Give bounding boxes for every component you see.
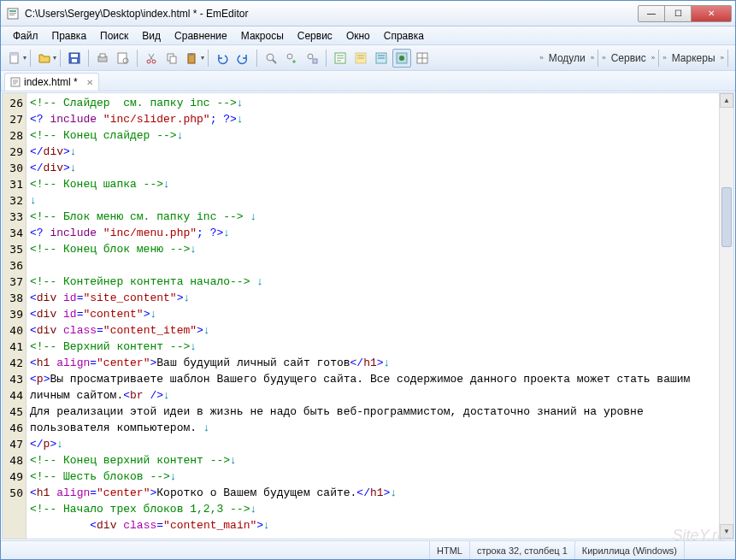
line-number: 38 [3,290,26,306]
code-line[interactable]: </div>↓ [30,144,730,160]
line-number: 40 [3,322,26,339]
tab-index-html[interactable]: index.html * ✕ [4,73,99,91]
code-line[interactable]: <h1 align="center">Ваш будущий личный са… [30,355,730,371]
menu-макросы[interactable]: Макросы [234,28,291,44]
code-line[interactable] [30,257,730,274]
menubar: ФайлПравкаПоискВидСравнениеМакросыСервис… [1,27,735,45]
vertical-scrollbar[interactable]: ▲ ▼ [719,93,733,539]
code-line[interactable]: <!-- Конец верхний контент -->↓ [30,452,730,469]
new-file-button[interactable] [5,49,24,68]
code-line[interactable]: <p>Вы просматриваете шаблон Вашего будущ… [30,371,730,404]
code-line[interactable]: <!-- Конец шапка -->↓ [30,176,730,192]
paste-button[interactable] [183,49,202,68]
chevron-right-icon: » [591,54,594,62]
code-line[interactable]: </div>↓ [30,160,730,176]
menu-сервис[interactable]: Сервис [291,28,339,44]
code-line[interactable]: <!-- Контейнер контента начало--> ↓ [30,274,730,290]
separator [88,50,89,67]
line-number: 36 [3,257,26,274]
redo-button[interactable] [233,49,252,68]
line-number: 27 [3,111,26,127]
code-line[interactable]: <!-- Начало трех блоков 1,2,3 -->↓ [30,501,730,517]
chevron-right-icon: » [721,54,724,62]
line-number: 31 [3,176,26,192]
scroll-down-button[interactable]: ▼ [720,524,733,539]
menu-файл[interactable]: Файл [6,28,45,44]
svg-rect-18 [190,53,193,56]
line-number: 47 [3,436,26,452]
separator [727,50,728,67]
tab-close-icon[interactable]: ✕ [86,78,93,87]
line-number: 39 [3,306,26,322]
status-lang: HTML [429,541,469,559]
separator [326,50,327,67]
scroll-thumb[interactable] [721,187,732,247]
print-preview-button[interactable] [114,49,132,68]
code-line[interactable]: <!-- Конец слайдер -->↓ [30,127,730,144]
svg-point-21 [308,54,313,59]
menu-справка[interactable]: Справка [377,28,431,44]
separator [598,50,598,67]
view-button-2[interactable] [351,49,370,68]
window-controls: — ☐ ✕ [639,5,732,22]
minimize-button[interactable]: — [638,5,665,22]
code-line[interactable]: Для реализации этой идеи в жизнь не надо… [30,404,730,436]
line-number: 48 [3,452,26,469]
code-line[interactable]: <!-- Блок меню см. папку inc --> ↓ [30,209,730,225]
code-line[interactable]: <!-- Верхний контент -->↓ [30,339,730,355]
svg-rect-10 [100,54,105,57]
code-line[interactable]: <? include "inc/menu.php"; ?>↓ [30,225,730,241]
undo-button[interactable] [213,49,232,68]
maximize-button[interactable]: ☐ [664,5,692,22]
menu-сравнение[interactable]: Сравнение [168,28,234,44]
line-number: 32 [3,192,26,209]
replace-button[interactable] [282,49,301,68]
code-line[interactable]: ↓ [30,192,730,209]
print-button[interactable] [93,49,112,68]
separator [658,50,659,67]
editor[interactable]: 2627282930313233343536373839404142434445… [2,92,734,539]
open-file-button[interactable] [35,49,54,68]
line-number: 43 [3,371,26,387]
view-button-1[interactable] [331,49,350,68]
menu-вид[interactable]: Вид [135,28,168,44]
find-all-button[interactable] [303,49,321,68]
separator [137,50,138,67]
code-area[interactable]: <!-- Слайдер см. папку inc -->↓<? includ… [26,93,733,539]
code-line[interactable]: <div id="content">↓ [30,306,730,322]
svg-point-19 [267,54,274,61]
scroll-up-button[interactable]: ▲ [720,93,733,108]
copy-button[interactable] [162,49,181,68]
save-button[interactable] [65,49,84,68]
titlebar[interactable]: C:\Users\Sergey\Desktop\index.html * - E… [1,1,735,27]
search-button[interactable] [262,49,280,68]
code-line[interactable]: </p>↓ [30,436,730,452]
code-line[interactable]: <!-- Конец блок меню -->↓ [30,241,730,257]
code-line[interactable]: <!-- Шесть блоков -->↓ [30,469,730,485]
app-icon [6,7,20,21]
line-number: 44 [3,387,26,404]
cut-button[interactable] [142,49,161,68]
code-line[interactable]: <div id="site_content">↓ [30,290,730,306]
view-button-3[interactable] [372,49,391,68]
code-line[interactable]: <!-- Слайдер см. папку inc -->↓ [30,95,730,111]
toolbar-маркеры[interactable]: Маркеры [667,50,721,66]
code-line[interactable]: <div class="content_main">↓ [30,517,730,533]
dropdown-icon[interactable]: ▾ [23,54,26,62]
dropdown-icon[interactable]: ▾ [201,54,204,62]
svg-rect-16 [170,56,176,63]
line-number: 42 [3,355,26,371]
close-button[interactable]: ✕ [691,5,732,22]
line-number: 33 [3,209,26,225]
code-line[interactable]: <h1 align="center">Коротко о Вашем будущ… [30,485,730,501]
code-line[interactable]: <div class="content_item">↓ [30,322,730,339]
toolbar-сервис[interactable]: Сервис [606,50,651,66]
menu-правка[interactable]: Правка [45,28,94,44]
code-line[interactable]: <? include "inc/slider.php"; ?>↓ [30,111,730,127]
view-button-5[interactable] [413,49,432,68]
menu-поиск[interactable]: Поиск [93,28,135,44]
menu-окно[interactable]: Окно [339,28,377,44]
toolbar-модули[interactable]: Модули [544,50,591,66]
dropdown-icon[interactable]: ▾ [53,54,56,62]
view-button-4[interactable] [392,49,411,68]
